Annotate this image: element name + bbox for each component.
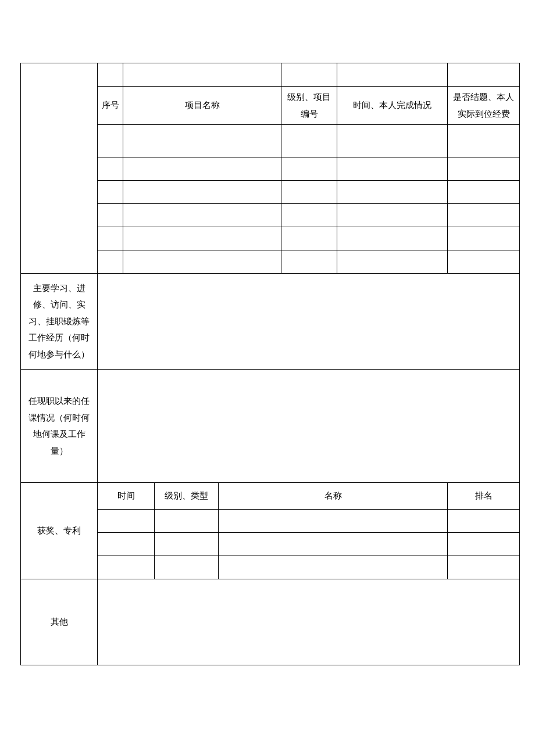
cell-blank bbox=[98, 63, 123, 87]
cell-status bbox=[337, 227, 448, 250]
form-table: 序号 项目名称 级别、项目编号 时间、本人完成情况 是否结题、本人实际到位经费 bbox=[20, 63, 520, 665]
cell-blank bbox=[281, 63, 337, 87]
awards-rank bbox=[448, 556, 520, 579]
cell-funding bbox=[448, 157, 520, 181]
teaching-label: 任现职以来的任课情况（何时何地何课及工作量） bbox=[21, 370, 98, 483]
cell-seq bbox=[98, 250, 123, 274]
awards-name bbox=[219, 556, 448, 579]
cell-level bbox=[281, 125, 337, 157]
cell-funding bbox=[448, 181, 520, 204]
cell-name bbox=[123, 125, 281, 157]
cell-level bbox=[281, 204, 337, 227]
other-label: 其他 bbox=[21, 579, 98, 665]
projects-section-label bbox=[21, 63, 98, 274]
cell-level bbox=[281, 227, 337, 250]
cell-seq bbox=[98, 157, 123, 181]
cell-level bbox=[281, 157, 337, 181]
cell-status bbox=[337, 204, 448, 227]
cell-name bbox=[123, 181, 281, 204]
awards-type bbox=[155, 510, 219, 533]
cell-funding bbox=[448, 125, 520, 157]
cell-seq bbox=[98, 227, 123, 250]
other-content bbox=[98, 579, 520, 665]
awards-type bbox=[155, 533, 219, 556]
cell-funding bbox=[448, 227, 520, 250]
cell-status bbox=[337, 125, 448, 157]
awards-time bbox=[98, 510, 155, 533]
cell-level bbox=[281, 250, 337, 274]
cell-seq bbox=[98, 204, 123, 227]
cell-name bbox=[123, 250, 281, 274]
cell-seq bbox=[98, 125, 123, 157]
cell-name bbox=[123, 227, 281, 250]
awards-rank bbox=[448, 510, 520, 533]
study-content bbox=[98, 274, 520, 370]
awards-name bbox=[219, 510, 448, 533]
cell-level bbox=[281, 181, 337, 204]
cell-status bbox=[337, 157, 448, 181]
col-seq-header: 序号 bbox=[98, 87, 123, 125]
cell-name bbox=[123, 157, 281, 181]
col-name-header: 项目名称 bbox=[123, 87, 281, 125]
col-level-header: 级别、项目编号 bbox=[281, 87, 337, 125]
awards-time bbox=[98, 556, 155, 579]
awards-type-header: 级别、类型 bbox=[155, 483, 219, 510]
awards-type bbox=[155, 556, 219, 579]
table-row: 其他 bbox=[21, 579, 520, 665]
cell-funding bbox=[448, 204, 520, 227]
table-row: 主要学习、进修、访问、实习、挂职锻炼等工作经历（何时何地参与什么） bbox=[21, 274, 520, 370]
table-row: 获奖、专利 时间 级别、类型 名称 排名 bbox=[21, 483, 520, 510]
cell-blank bbox=[337, 63, 448, 87]
awards-label: 获奖、专利 bbox=[21, 483, 98, 579]
awards-time-header: 时间 bbox=[98, 483, 155, 510]
awards-name-header: 名称 bbox=[219, 483, 448, 510]
awards-rank bbox=[448, 533, 520, 556]
cell-seq bbox=[98, 181, 123, 204]
cell-blank bbox=[123, 63, 281, 87]
cell-status bbox=[337, 250, 448, 274]
cell-status bbox=[337, 181, 448, 204]
cell-funding bbox=[448, 250, 520, 274]
awards-rank-header: 排名 bbox=[448, 483, 520, 510]
study-label: 主要学习、进修、访问、实习、挂职锻炼等工作经历（何时何地参与什么） bbox=[21, 274, 98, 370]
page-container: 序号 项目名称 级别、项目编号 时间、本人完成情况 是否结题、本人实际到位经费 bbox=[0, 0, 535, 756]
table-row: 任现职以来的任课情况（何时何地何课及工作量） bbox=[21, 370, 520, 483]
cell-blank bbox=[448, 63, 520, 87]
col-funding-header: 是否结题、本人实际到位经费 bbox=[448, 87, 520, 125]
awards-name bbox=[219, 533, 448, 556]
awards-time bbox=[98, 533, 155, 556]
table-row bbox=[21, 63, 520, 87]
col-status-header: 时间、本人完成情况 bbox=[337, 87, 448, 125]
teaching-content bbox=[98, 370, 520, 483]
cell-name bbox=[123, 204, 281, 227]
